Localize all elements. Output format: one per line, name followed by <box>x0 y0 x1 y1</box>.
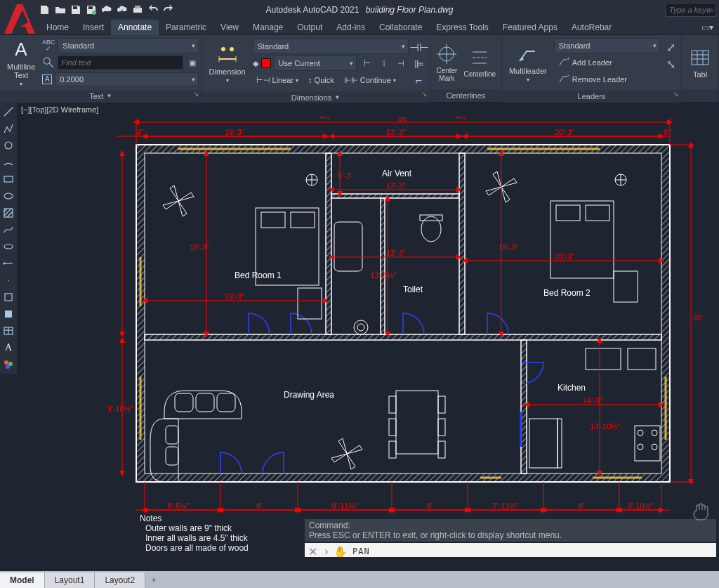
block-tool-icon[interactable] <box>2 291 15 303</box>
dim-tool1-icon[interactable]: ⊢ <box>360 55 375 71</box>
panel-leaders-title[interactable]: Leaders↘ <box>502 90 681 103</box>
cmd-close-icon[interactable]: ✕ <box>305 545 320 558</box>
centerline-button[interactable]: Centerline <box>462 38 497 86</box>
saveas-icon[interactable] <box>86 4 97 15</box>
ellipse-tool-icon[interactable] <box>2 190 15 202</box>
dim-layer-combo[interactable]: Use Current <box>274 55 357 71</box>
tab-layout2[interactable]: Layout2 <box>95 573 145 588</box>
cloud-save-icon[interactable] <box>117 4 128 15</box>
svg-text:19'-3": 19'-3" <box>225 128 244 136</box>
tab-parametric[interactable]: Parametric <box>159 20 213 35</box>
svg-text:19'-3": 19'-3" <box>499 243 518 251</box>
arc-tool-icon[interactable] <box>2 156 15 169</box>
layout-tabs: Model Layout1 Layout2 + <box>0 571 719 588</box>
centermark-button[interactable]: Center Mark <box>434 38 459 86</box>
panel-leaders: Multileader ▾ Standard +Add Leader ×Remo… <box>502 35 682 102</box>
dim-tool3-icon[interactable]: ⊣ <box>393 55 409 71</box>
leader-align-icon[interactable]: ⤢ <box>663 39 678 55</box>
line-tool-icon[interactable] <box>2 105 15 118</box>
tab-home[interactable]: Home <box>39 20 76 35</box>
leader-collect-icon[interactable]: ⤡ <box>663 56 678 72</box>
spline-tool-icon[interactable] <box>2 223 15 236</box>
svg-text:4½": 4½" <box>319 117 332 121</box>
save-icon[interactable] <box>70 4 81 15</box>
redo-icon[interactable] <box>163 4 174 15</box>
tab-insert[interactable]: Insert <box>76 20 111 35</box>
tab-expresstools[interactable]: Express Tools <box>429 20 495 35</box>
command-line[interactable]: ✕ › ✋ PAN <box>305 543 716 557</box>
hatch-tool-icon[interactable] <box>2 207 15 219</box>
command-current: PAN <box>348 547 374 556</box>
viewport-label[interactable]: [−][Top][2D Wireframe] <box>21 105 98 114</box>
drawing-canvas[interactable]: [−][Top][2D Wireframe] <box>17 103 719 557</box>
svg-rect-0 <box>73 6 77 9</box>
table-tool-icon[interactable] <box>2 325 15 337</box>
find-icon[interactable] <box>42 56 55 69</box>
dim-tool2-icon[interactable]: ⟟ <box>376 55 392 71</box>
multiline-text-button[interactable]: A Multiline Text ▾ <box>3 38 39 87</box>
cmd-chevron-icon[interactable]: › <box>320 545 333 557</box>
text-height-combo[interactable]: 0.2000 <box>55 72 198 86</box>
ellipse2-tool-icon[interactable] <box>2 240 15 253</box>
add-leader-button[interactable]: +Add Leader <box>554 55 660 70</box>
open-icon[interactable] <box>55 4 66 15</box>
dim-space-icon[interactable]: ⊫ <box>411 56 427 72</box>
tab-annotate[interactable]: Annotate <box>111 20 159 35</box>
undo-icon[interactable] <box>147 4 159 15</box>
dim-jog-icon[interactable]: ⌐ <box>411 73 427 89</box>
svg-rect-38 <box>5 294 12 301</box>
region-tool-icon[interactable] <box>2 308 15 320</box>
dimension-button[interactable]: Dimension ▾ <box>205 38 250 89</box>
rectangle-tool-icon[interactable] <box>2 173 15 185</box>
tab-autorebar[interactable]: AutoRebar <box>565 20 619 35</box>
text-tool-icon[interactable]: A <box>2 341 15 354</box>
cloud-open-icon[interactable] <box>101 4 112 15</box>
new-icon[interactable] <box>39 4 51 15</box>
tab-manage[interactable]: Manage <box>246 20 290 35</box>
panel-text-title[interactable]: Text▼↘ <box>0 90 202 103</box>
continue-button[interactable]: ⊩⊩Continue▾ <box>341 76 400 85</box>
tab-layout1[interactable]: Layout1 <box>45 573 95 588</box>
svg-point-45 <box>6 365 10 369</box>
tab-collaborate[interactable]: Collaborate <box>372 20 429 35</box>
svg-point-6 <box>44 58 51 64</box>
box-icon[interactable]: ▭▾ <box>701 22 713 32</box>
remove-leader-button[interactable]: ×Remove Leader <box>554 72 660 87</box>
dim-style-combo[interactable]: Standard <box>253 39 409 54</box>
quick-button[interactable]: ↕Quick <box>305 76 338 84</box>
app-logo[interactable] <box>1 1 38 38</box>
plot-icon[interactable] <box>132 4 143 15</box>
spellcheck-icon[interactable]: ABC✓ <box>42 39 55 52</box>
tab-view[interactable]: View <box>213 20 246 35</box>
point-tool-icon[interactable]: · <box>2 274 15 287</box>
svg-rect-53 <box>326 153 331 334</box>
add-layout-button[interactable]: + <box>145 573 162 588</box>
svg-rect-57 <box>331 194 459 198</box>
palette-tool-icon[interactable] <box>2 358 15 371</box>
ray-tool-icon[interactable] <box>2 257 15 270</box>
pan-cursor-icon <box>690 501 712 523</box>
find-go-icon[interactable]: ▣ <box>186 56 199 69</box>
find-text-input[interactable] <box>58 55 183 70</box>
polyline-tool-icon[interactable] <box>2 122 15 135</box>
circle-tool-icon[interactable] <box>2 139 15 152</box>
layer-color-swatch[interactable] <box>261 58 271 68</box>
tab-model[interactable]: Model <box>0 573 45 588</box>
svg-point-30 <box>4 193 13 199</box>
document-name: building Floor Plan.dwg <box>366 5 454 15</box>
svg-rect-22 <box>692 51 708 65</box>
tab-output[interactable]: Output <box>290 20 329 35</box>
text-style-combo[interactable]: Standard <box>58 38 198 53</box>
linear-button[interactable]: ⊢⊣Linear▾ <box>253 76 303 85</box>
help-search-input[interactable] <box>666 3 716 17</box>
svg-text:Kitchen: Kitchen <box>558 383 586 393</box>
leader-style-combo[interactable]: Standard <box>554 38 660 53</box>
help-search[interactable] <box>666 3 716 17</box>
dim-break-icon[interactable]: ⊣⊢ <box>411 39 427 55</box>
text-height-icon[interactable]: A <box>42 74 52 84</box>
tab-addins[interactable]: Add-ins <box>329 20 372 35</box>
tab-featuredapps[interactable]: Featured Apps <box>496 20 565 35</box>
layer-icon[interactable]: ◆ <box>253 59 258 68</box>
table-button[interactable]: Tabl <box>685 38 715 86</box>
multileader-button[interactable]: Multileader ▾ <box>505 38 551 87</box>
